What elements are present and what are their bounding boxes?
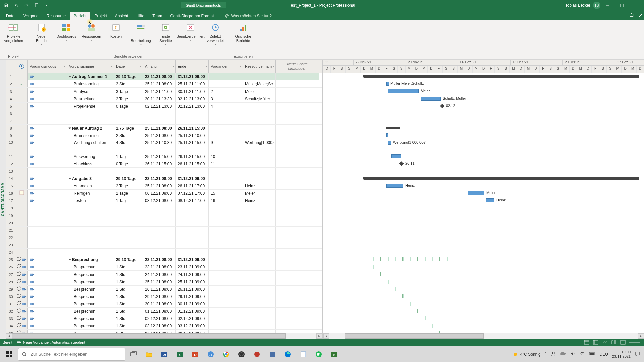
duration-cell[interactable]: 1 Std. [114,300,143,307]
schedule-mode-icon[interactable]: Neue Vorgänge : Automatisch geplant [17,340,85,344]
task-row[interactable]: 34Besprechun1 Std.03.12.21 08:0003.12.21… [6,322,322,330]
mode-cell[interactable] [28,227,67,234]
start-cell[interactable]: 02.12.21 13:00 [143,103,176,110]
predecessors-cell[interactable]: 2 [209,88,243,95]
predecessors-cell[interactable] [209,204,243,212]
task-name-cell[interactable]: Abschluss [67,160,114,167]
indicators-cell[interactable] [16,139,28,153]
recurring-task-bar[interactable] [417,309,418,313]
add-column-cell[interactable] [276,330,319,333]
duration-cell[interactable]: 29,13 Tage [114,175,143,182]
resources-cell[interactable] [243,219,276,226]
duration-cell[interactable] [114,168,143,175]
row-number[interactable]: 9 [6,132,16,139]
task-row[interactable]: 4Bearbeitung2 Tage30.11.21 13:3002.12.21… [6,95,322,103]
tab-ressource[interactable]: Ressource [43,12,70,20]
start-cell[interactable]: 06.12.21 08:00 [143,190,176,197]
row-number[interactable]: 20 [6,219,16,226]
start-cell[interactable] [143,168,176,175]
close-button[interactable] [629,0,644,11]
indicators-cell[interactable] [16,308,28,315]
tab-projekt[interactable]: Projekt [90,12,111,20]
start-cell[interactable]: 08.12.21 08:00 [143,197,176,204]
predecessors-cell[interactable] [209,278,243,285]
resources-cell[interactable] [243,249,276,256]
recurring-task-bar[interactable] [432,324,433,328]
mode-cell[interactable] [28,271,67,278]
mode-cell[interactable] [28,117,67,124]
app-73-icon[interactable]: 73 [203,346,218,362]
task-row[interactable]: 13 [6,168,322,175]
indicators-cell[interactable] [16,153,28,160]
add-column-cell[interactable] [276,322,319,329]
indicators-cell[interactable] [16,271,28,278]
indicators-cell[interactable] [16,95,28,102]
resources-cell[interactable] [243,212,276,219]
task-row[interactable]: 9Brainstorming2 Std.25.11.21 08:0025.11.… [6,132,322,139]
predecessors-cell[interactable]: 15 [209,190,243,197]
tray-people-icon[interactable] [551,351,556,357]
view-team-icon[interactable] [601,339,609,345]
add-column-cell[interactable] [276,263,319,270]
row-number[interactable]: 35 [6,330,16,333]
start-cell[interactable]: 25.11.21 08:00 [143,80,176,87]
predecessors-cell[interactable] [209,175,243,182]
header-duration[interactable]: Dauer▾ [114,60,143,73]
finish-cell[interactable]: 26.11.21 15:00 [176,125,209,132]
task-name-cell[interactable]: Besprechun [67,263,114,270]
task-name-cell[interactable]: Besprechun [67,330,114,333]
finish-cell[interactable]: 25.11.21 10:00 [176,132,209,139]
start-cell[interactable]: 25.11.21 08:00 [143,125,176,132]
row-number[interactable]: 16 [6,190,16,197]
start-cell[interactable]: 26.11.21 15:00 [143,160,176,167]
tray-chevron-icon[interactable]: ˄ [545,352,547,357]
finish-cell[interactable] [176,110,209,117]
duration-cell[interactable] [114,204,143,212]
task-row[interactable]: 15Ausmalen2 Tage25.11.21 08:0026.11.21 1… [6,182,322,190]
start-cell[interactable]: 03.12.21 08:00 [143,322,176,329]
indicators-cell[interactable] [16,286,28,293]
predecessors-cell[interactable]: 10 [209,153,243,160]
collapse-toggle-icon[interactable] [69,178,71,179]
resources-cell[interactable] [243,300,276,307]
mode-cell[interactable] [28,234,67,241]
mode-cell[interactable] [28,256,67,263]
recurring-task-bar[interactable] [388,280,389,284]
resources-cell[interactable] [243,278,276,285]
add-column-cell[interactable] [276,204,319,212]
start-cell[interactable]: 25.11.21 11:00 [143,88,176,95]
recurring-rollup-marker[interactable] [380,257,381,261]
tray-language[interactable]: DEU [600,352,608,357]
tray-onedrive-icon[interactable] [560,352,566,357]
projekte-vergleichen-button[interactable]: Projekte vergleichen [2,21,25,44]
recurring-rollup-marker[interactable] [388,257,389,261]
task-name-cell[interactable]: Analyse [67,88,114,95]
dashboards-button[interactable]: Dashboards▾ [55,21,78,47]
resources-cell[interactable]: Heinz [243,197,276,204]
view-task-icon[interactable] [592,339,600,345]
start-cell[interactable] [143,234,176,241]
task-name-cell[interactable]: Brainstorming [67,132,114,139]
duration-cell[interactable]: 1 Std. [114,271,143,278]
finish-cell[interactable]: 23.11.21 09:00 [176,263,209,270]
mode-cell[interactable] [28,315,67,322]
predecessors-cell[interactable] [209,73,243,80]
mode-cell[interactable] [28,308,67,315]
predecessors-cell[interactable] [209,227,243,234]
task-bar[interactable] [386,184,403,188]
task-bar[interactable] [386,133,388,137]
finish-cell[interactable]: 26.11.21 15:00 [176,160,209,167]
header-predecessors[interactable]: Vorgänger▾ [209,60,243,73]
task-name-cell[interactable]: Bearbeitung [67,95,114,102]
task-name-cell[interactable] [67,212,114,219]
task-bar[interactable] [486,198,494,202]
task-bar[interactable] [388,89,419,93]
duration-cell[interactable]: 0 Tage [114,103,143,110]
duration-cell[interactable] [114,117,143,124]
task-name-cell[interactable] [67,219,114,226]
task-name-cell[interactable]: Auswertung [67,153,114,160]
row-number[interactable]: 19 [6,212,16,219]
duration-cell[interactable]: 1 Std. [114,263,143,270]
indicators-cell[interactable] [16,234,28,241]
predecessors-cell[interactable] [209,249,243,256]
